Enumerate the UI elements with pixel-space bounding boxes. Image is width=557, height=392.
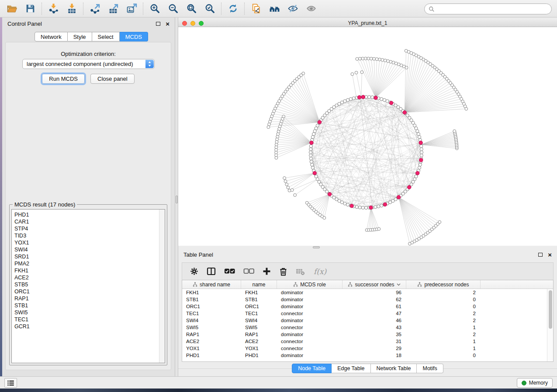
table-scrollbar[interactable] — [547, 289, 553, 361]
memory-button[interactable]: Memory — [517, 378, 553, 388]
list-icon — [7, 380, 14, 386]
mcds-result-item[interactable]: CAR1 — [14, 218, 165, 225]
mcds-result-item[interactable]: SWI4 — [14, 246, 165, 253]
table-panel-title: Table Panel — [183, 251, 213, 258]
close-panel-button[interactable]: Close panel — [90, 74, 135, 84]
column-header-mcds-role[interactable]: MCDS role — [277, 280, 343, 289]
table-settings-button[interactable] — [190, 267, 198, 275]
close-panel-icon[interactable]: × — [548, 251, 552, 258]
mcds-result-title: MCDS result (17 nodes) — [13, 201, 77, 208]
delete-entry-button[interactable] — [279, 267, 287, 276]
table-row[interactable]: STB1STB1dominator620 — [182, 296, 553, 303]
close-window-icon[interactable] — [182, 21, 187, 26]
tab-edge-table[interactable]: Edge Table — [332, 364, 370, 373]
main-toolbar — [0, 0, 557, 17]
zoom-selected-button[interactable] — [201, 2, 219, 16]
column-header-name[interactable]: name — [241, 280, 277, 289]
mcds-result-item[interactable]: YOX1 — [14, 239, 165, 246]
checked-boxes-icon — [224, 268, 235, 275]
table-row[interactable]: ACE2ACE2connector311 — [182, 338, 553, 345]
table-row[interactable]: RAP1RAP1dominator352 — [182, 331, 553, 338]
zoom-fit-button[interactable] — [182, 2, 201, 16]
open-folder-icon — [7, 3, 17, 14]
show-all-button[interactable] — [302, 2, 320, 16]
mcds-result-item[interactable]: RAP1 — [14, 295, 165, 302]
minimize-window-icon[interactable] — [190, 21, 195, 26]
tab-select[interactable]: Select — [92, 32, 120, 41]
export-network-button[interactable] — [86, 2, 104, 16]
eye-icon — [306, 3, 317, 14]
export-table-button[interactable] — [104, 2, 122, 16]
export-image-button[interactable] — [122, 2, 141, 16]
status-menu-button[interactable] — [4, 378, 17, 388]
splitter-grip[interactable] — [176, 196, 178, 203]
run-mcds-button[interactable]: Run MCDS — [42, 74, 85, 84]
optimization-criterion-select[interactable]: largest connected component (undirected) — [22, 59, 155, 69]
float-panel-icon[interactable] — [538, 253, 543, 257]
vertical-splitter[interactable] — [175, 17, 178, 376]
tab-network[interactable]: Network — [35, 32, 68, 41]
table-row[interactable]: TEC1TEC1connector472 — [182, 310, 553, 317]
tab-node-table[interactable]: Node Table — [292, 364, 332, 373]
import-table-button[interactable] — [62, 2, 81, 16]
open-session-button[interactable] — [3, 2, 21, 16]
table-row[interactable]: SWI5SWI5connector431 — [182, 324, 553, 331]
mcds-result-item[interactable]: PMA2 — [14, 260, 165, 267]
network-canvas[interactable] — [178, 27, 557, 246]
mcds-result-list: PHD1CAR1STP4TID3YOX1SWI4SRD1PMA2FKH1ACE2… — [12, 210, 165, 330]
column-header-successor-nodes[interactable]: successor nodes — [343, 280, 406, 289]
refresh-button[interactable] — [224, 2, 242, 16]
tab-mcds[interactable]: MCDS — [120, 32, 148, 41]
zoom-in-button[interactable] — [145, 2, 164, 16]
mcds-result-item[interactable]: PHD1 — [14, 211, 165, 218]
table-row[interactable]: FKH1FKH1dominator962 — [182, 289, 553, 296]
mcds-result-item[interactable]: SWI5 — [14, 309, 165, 316]
mcds-result-item[interactable]: STB5 — [14, 281, 165, 288]
table-toolbar: f(x) — [182, 262, 554, 280]
trash-icon — [279, 267, 287, 276]
zoom-out-button[interactable] — [164, 2, 182, 16]
table-row[interactable]: PHD1PHD1dominator180 — [182, 352, 553, 359]
tab-motifs[interactable]: Motifs — [417, 364, 443, 373]
tab-style[interactable]: Style — [68, 32, 92, 41]
neighbors-button[interactable] — [265, 2, 284, 16]
column-header-filler — [481, 280, 547, 289]
mcds-result-item[interactable]: ORC1 — [14, 288, 165, 295]
tab-network-table[interactable]: Network Table — [371, 364, 417, 373]
delete-table-button[interactable] — [296, 268, 305, 275]
mcds-result-item[interactable]: SRD1 — [14, 253, 165, 260]
duplicate-network-button[interactable] — [247, 2, 265, 16]
toggle-split-view-button[interactable] — [207, 267, 216, 275]
import-network-button[interactable] — [44, 2, 62, 16]
mcds-result-item[interactable]: STB1 — [14, 302, 165, 309]
mcds-result-item[interactable]: STP4 — [14, 225, 165, 232]
search-input[interactable] — [437, 6, 551, 12]
mcds-list-scrollbar[interactable] — [159, 210, 165, 363]
mcds-result-item[interactable]: FKH1 — [14, 267, 165, 274]
table-row[interactable]: YOX1YOX1connector291 — [182, 345, 553, 352]
add-entry-button[interactable] — [263, 267, 271, 275]
column-header-predecessor-nodes[interactable]: predecessor nodes — [406, 280, 481, 289]
mcds-result-listbox[interactable]: PHD1CAR1STP4TID3YOX1SWI4SRD1PMA2FKH1ACE2… — [11, 209, 165, 363]
save-session-button[interactable] — [21, 2, 39, 16]
network-title: YPA_prune.txt_1 — [348, 20, 387, 26]
close-panel-icon[interactable]: × — [166, 21, 170, 27]
network-window-titlebar[interactable]: YPA_prune.txt_1 — [178, 20, 557, 27]
import-network-icon — [48, 3, 59, 14]
mcds-result-item[interactable]: TID3 — [14, 232, 165, 239]
table-row[interactable]: SWI4SWI4dominator462 — [182, 317, 553, 324]
mcds-result-item[interactable]: ACE2 — [14, 274, 165, 281]
maximize-window-icon[interactable] — [199, 21, 204, 26]
mcds-result-item[interactable]: TEC1 — [14, 316, 165, 323]
scrollbar-thumb[interactable] — [549, 290, 552, 329]
select-all-button[interactable] — [224, 268, 235, 275]
table-row[interactable]: ORC1ORC1dominator610 — [182, 303, 553, 310]
column-header-shared-name[interactable]: shared name — [182, 280, 241, 289]
plus-icon — [263, 267, 271, 275]
deselect-all-button[interactable] — [243, 268, 254, 275]
float-panel-icon[interactable] — [156, 22, 160, 26]
apply-function-button[interactable]: f(x) — [314, 267, 326, 276]
splitter-grip[interactable] — [313, 246, 320, 248]
mcds-result-item[interactable]: GCR1 — [14, 323, 165, 330]
hide-selected-button[interactable] — [284, 2, 302, 16]
